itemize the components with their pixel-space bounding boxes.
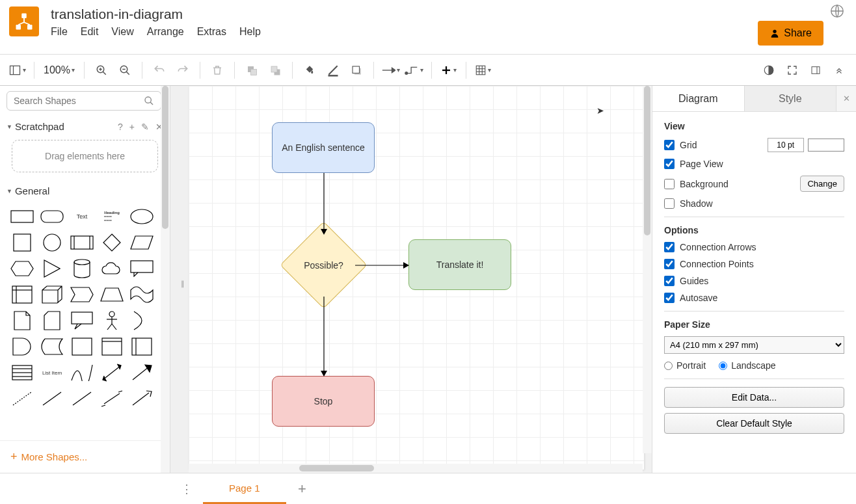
menu-file[interactable]: File (51, 26, 68, 38)
grid-size-input[interactable] (768, 138, 804, 152)
node-decision[interactable]: Possible? (293, 234, 354, 296)
shape-line2[interactable] (68, 386, 96, 411)
connection-button[interactable]: ▾ (381, 60, 401, 81)
background-checkbox[interactable] (664, 179, 675, 189)
menu-help[interactable]: Help (239, 26, 261, 38)
shape-note[interactable] (8, 308, 36, 333)
grid-color-swatch[interactable] (808, 139, 844, 152)
shape-diamond[interactable] (98, 230, 126, 255)
guides-checkbox[interactable] (664, 276, 675, 286)
sidebar-scrollbar[interactable] (161, 86, 170, 473)
shape-ellipse[interactable] (127, 204, 156, 229)
shape-arrow[interactable] (127, 360, 156, 385)
shape-container3[interactable] (127, 334, 156, 359)
shadow-checkbox[interactable] (664, 198, 675, 209)
zoom-out-button[interactable] (114, 60, 135, 81)
table-button[interactable]: ▾ (473, 60, 494, 81)
shape-parallelogram[interactable] (127, 230, 156, 255)
to-back-button[interactable] (265, 60, 286, 81)
panel-close-button[interactable]: ✕ (836, 86, 856, 111)
arrow-decision-to-process[interactable] (355, 261, 410, 269)
shape-curve[interactable] (68, 360, 96, 385)
canvas[interactable]: ∥ ➤ An English sentence Possible? Transl… (170, 86, 652, 473)
change-background-button[interactable]: Change (800, 176, 844, 192)
shape-dashed[interactable] (8, 386, 36, 411)
shape-circle[interactable] (38, 230, 66, 255)
landscape-radio[interactable]: Landscape (719, 360, 776, 371)
canvas-vertical-scrollbar[interactable] (643, 86, 652, 453)
share-button[interactable]: Share (758, 21, 823, 46)
menu-edit[interactable]: Edit (81, 26, 99, 38)
shape-heading[interactable]: Heading━━━━━━ (98, 204, 126, 229)
node-process[interactable]: Translate it! (408, 239, 511, 290)
grid-checkbox[interactable] (664, 140, 675, 150)
shape-rectangle[interactable] (8, 204, 36, 229)
conn-points-checkbox[interactable] (664, 259, 675, 269)
to-front-button[interactable] (241, 60, 262, 81)
globe-icon[interactable] (830, 4, 844, 20)
waypoint-button[interactable]: ▾ (404, 60, 425, 81)
canvas-horizontal-scrollbar[interactable] (189, 464, 643, 473)
shape-cylinder[interactable] (68, 256, 96, 281)
node-stop[interactable]: Stop (272, 376, 375, 427)
delete-button[interactable] (207, 60, 228, 81)
shape-callout2[interactable] (68, 308, 96, 333)
shape-cloud[interactable] (98, 256, 126, 281)
format-panel-button[interactable] (805, 60, 826, 81)
portrait-radio[interactable]: Portrait (664, 360, 706, 371)
paper-size-select[interactable]: A4 (210 mm x 297 mm) (664, 336, 844, 354)
redo-button[interactable] (172, 60, 193, 81)
tab-style[interactable]: Style (745, 86, 837, 111)
shape-hexagon[interactable] (8, 256, 36, 281)
clear-style-button[interactable]: Clear Default Style (664, 413, 844, 434)
shape-container[interactable] (68, 334, 96, 359)
scratchpad-dropzone[interactable]: Drag elements here (12, 140, 158, 172)
shape-bidir2[interactable] (98, 386, 126, 411)
help-icon[interactable]: ? (118, 122, 123, 132)
shape-step[interactable] (68, 282, 96, 307)
shape-process[interactable] (68, 230, 96, 255)
canvas-page[interactable]: ➤ An English sentence Possible? Translat… (189, 86, 644, 470)
autosave-checkbox[interactable] (664, 293, 675, 303)
line-color-button[interactable] (323, 60, 343, 81)
shape-list-item[interactable]: List Item (38, 360, 66, 385)
node-start[interactable]: An English sentence (272, 122, 375, 173)
shape-list[interactable] (8, 360, 36, 385)
shape-trapezoid[interactable] (98, 282, 126, 307)
shape-line[interactable] (38, 386, 66, 411)
shape-and[interactable] (8, 334, 36, 359)
shape-card[interactable] (38, 308, 66, 333)
shape-tape[interactable] (127, 282, 156, 307)
page-tab-1[interactable]: Page 1 (203, 473, 286, 504)
insert-button[interactable]: ▾ (438, 60, 459, 81)
add-page-button[interactable]: + (286, 473, 319, 504)
menu-arrange[interactable]: Arrange (147, 26, 184, 38)
menu-extras[interactable]: Extras (197, 26, 226, 38)
app-logo[interactable] (9, 7, 39, 36)
scratchpad-header[interactable]: ▼ Scratchpad ? + ✎ ✕ (0, 116, 170, 137)
shape-dir-arrow[interactable] (127, 386, 156, 411)
arrow-decision-to-stop[interactable] (320, 297, 328, 377)
collapse-button[interactable] (829, 60, 849, 81)
shape-bidir-arrow[interactable] (98, 360, 126, 385)
menu-view[interactable]: View (111, 26, 133, 38)
theme-button[interactable] (758, 60, 779, 81)
shape-text[interactable]: Text (68, 204, 96, 229)
plus-icon[interactable]: + (129, 122, 135, 132)
arrow-start-to-decision[interactable] (320, 173, 328, 235)
document-title[interactable]: translation-in-diagram (51, 7, 261, 22)
zoom-dropdown[interactable]: 100%▾ (41, 64, 77, 76)
shape-rounded-rect[interactable] (38, 204, 66, 229)
shape-internal-storage[interactable] (8, 282, 36, 307)
fill-color-button[interactable] (299, 60, 320, 81)
shape-container2[interactable] (98, 334, 126, 359)
shadow-button[interactable] (346, 60, 367, 81)
tab-diagram[interactable]: Diagram (652, 86, 745, 111)
shape-actor[interactable] (98, 308, 126, 333)
fullscreen-button[interactable] (782, 60, 803, 81)
pageview-checkbox[interactable] (664, 159, 675, 169)
search-shapes-input[interactable] (7, 91, 161, 111)
edit-icon[interactable]: ✎ (141, 122, 149, 132)
edit-data-button[interactable]: Edit Data... (664, 387, 844, 408)
shape-data-storage[interactable] (38, 334, 66, 359)
